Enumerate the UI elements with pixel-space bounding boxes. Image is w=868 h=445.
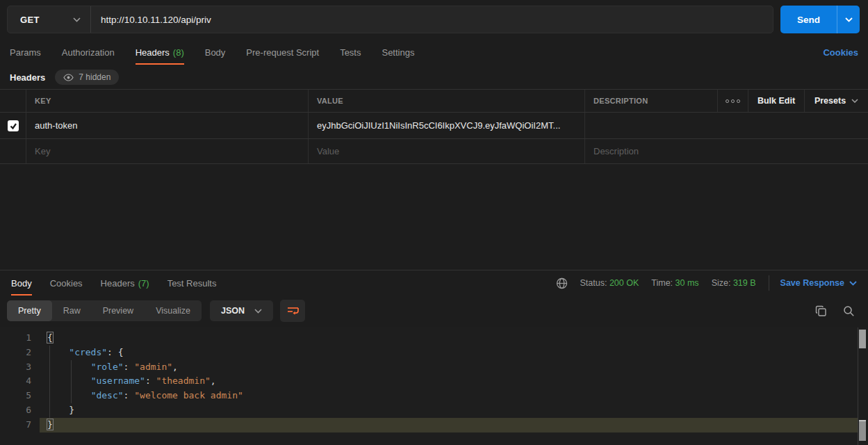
code-token: }: [69, 405, 74, 415]
search-response-button[interactable]: [837, 300, 860, 322]
url-input[interactable]: http://10.10.11.120/api/priv: [91, 6, 773, 33]
tab-label: Pre-request Script: [246, 47, 319, 58]
new-key-field[interactable]: Key: [26, 139, 309, 163]
scrollbar-track[interactable]: [858, 327, 868, 445]
code-token: "username": [91, 375, 145, 386]
tab-count: (8): [173, 47, 184, 58]
tab-label: Authorization: [62, 47, 115, 58]
column-description: DESCRIPTION: [585, 90, 718, 112]
request-bar: GET http://10.10.11.120/api/priv Send: [0, 0, 868, 39]
row-checkbox[interactable]: [8, 120, 19, 131]
code-token: ,: [211, 375, 216, 386]
line-number: 5: [0, 389, 40, 403]
view-tab-visualize[interactable]: Visualize: [145, 300, 202, 321]
code-lines: 1{2 "creds": {3 "role": "admin",4 "usern…: [0, 331, 868, 432]
response-view-switcher: PrettyRawPreviewVisualize: [7, 300, 202, 321]
tab-label: Headers: [136, 47, 170, 58]
response-section: BodyCookiesHeaders(7)Test Results Status…: [0, 270, 868, 445]
code-content: "desc": "welcome back admin": [40, 389, 858, 403]
request-tabs-row: ParamsAuthorizationHeaders(8)BodyPre-req…: [0, 39, 868, 65]
indent-guide: [71, 360, 72, 403]
tab-label: Body: [11, 278, 32, 289]
code-line-5: 5 "desc": "welcome back admin": [0, 389, 868, 403]
cookies-link[interactable]: Cookies: [823, 47, 858, 58]
code-line-3: 3 "role": "admin",: [0, 360, 868, 375]
view-tab-preview[interactable]: Preview: [92, 300, 145, 321]
response-tab-test-results[interactable]: Test Results: [167, 271, 217, 296]
hidden-headers-toggle[interactable]: 7 hidden: [55, 70, 119, 85]
code-token: [47, 347, 69, 357]
code-token: "welcome back admin": [134, 390, 243, 400]
chevron-down-icon: [851, 99, 858, 103]
scrollbar-thumb[interactable]: [859, 420, 866, 441]
scrollbar-thumb[interactable]: [859, 330, 866, 348]
tab-label: Body: [205, 47, 226, 58]
save-response-button[interactable]: Save Response: [769, 275, 857, 291]
request-tab-body[interactable]: Body: [205, 40, 226, 65]
response-tab-cookies[interactable]: Cookies: [50, 271, 83, 296]
code-token: :: [124, 362, 135, 372]
header-description-field[interactable]: [585, 113, 868, 138]
ellipsis-icon: [726, 99, 740, 103]
code-line-2: 2 "creds": {: [0, 346, 868, 360]
headers-panel-title: Headers: [10, 72, 45, 83]
copy-response-button[interactable]: [810, 300, 832, 322]
wrap-lines-button[interactable]: [280, 300, 305, 322]
new-description-field[interactable]: Description: [585, 139, 868, 163]
request-tab-pre-request-script[interactable]: Pre-request Script: [246, 40, 319, 65]
code-token: :: [124, 390, 135, 400]
response-body-viewer[interactable]: 1{2 "creds": {3 "role": "admin",4 "usern…: [0, 327, 868, 445]
send-button-group: Send: [780, 6, 860, 33]
code-line-1: 1{: [0, 331, 868, 346]
more-options-button[interactable]: [718, 90, 748, 112]
code-token: [47, 405, 69, 415]
presets-dropdown[interactable]: Presets: [805, 90, 868, 112]
request-tab-authorization[interactable]: Authorization: [62, 40, 115, 65]
tab-label: Tests: [340, 47, 361, 58]
method-dropdown[interactable]: GET: [8, 6, 91, 33]
code-line-6: 6 }: [0, 403, 868, 418]
header-value-field[interactable]: eyJhbGciOiJIUzI1NiIsInR5cCI6IkpXVCJ9.eyJ…: [309, 113, 585, 138]
response-tab-headers[interactable]: Headers(7): [101, 271, 149, 296]
format-dropdown[interactable]: JSON: [210, 300, 273, 321]
code-token: "theadmin": [156, 375, 211, 386]
code-token: "role": [91, 362, 124, 372]
code-content: "creds": {: [40, 346, 858, 360]
view-tab-pretty[interactable]: Pretty: [7, 300, 52, 321]
matched-bracket: }: [47, 419, 53, 430]
code-token: :: [145, 375, 156, 386]
view-tab-raw[interactable]: Raw: [52, 300, 92, 321]
check-icon: [9, 122, 17, 130]
presets-label: Presets: [814, 96, 846, 106]
code-content: }: [40, 418, 858, 432]
response-toolbar: PrettyRawPreviewVisualize JSON: [0, 296, 868, 327]
chevron-down-icon: [73, 17, 81, 22]
request-tab-params[interactable]: Params: [10, 40, 41, 65]
request-tab-settings[interactable]: Settings: [382, 40, 414, 65]
headers-subheader: Headers 7 hidden: [0, 65, 868, 89]
tab-count: (7): [138, 278, 149, 289]
time-badge: Time: 30 ms: [651, 278, 698, 288]
bulk-edit-button[interactable]: Bulk Edit: [748, 90, 805, 112]
response-tab-body[interactable]: Body: [11, 271, 32, 296]
request-tabs: ParamsAuthorizationHeaders(8)BodyPre-req…: [10, 40, 414, 65]
request-tab-headers[interactable]: Headers(8): [136, 40, 184, 65]
format-label: JSON: [221, 306, 245, 316]
response-tabs: BodyCookiesHeaders(7)Test Results: [11, 271, 216, 296]
send-options-button[interactable]: [837, 6, 860, 33]
method-label: GET: [20, 15, 40, 25]
request-tab-tests[interactable]: Tests: [340, 40, 361, 65]
send-button[interactable]: Send: [780, 6, 837, 33]
row-checkbox-cell: [0, 139, 26, 163]
code-token: [47, 375, 91, 386]
url-container: GET http://10.10.11.120/api/priv: [7, 6, 773, 33]
new-value-field[interactable]: Value: [309, 139, 585, 163]
code-token: "desc": [91, 390, 124, 400]
header-row-empty: Key Value Description: [0, 139, 868, 164]
header-key-field[interactable]: auth-token: [26, 113, 309, 138]
line-number: 7: [0, 418, 40, 432]
line-number: 1: [0, 331, 40, 346]
globe-icon[interactable]: [556, 277, 568, 289]
request-panel-filler: [0, 164, 868, 270]
matched-bracket: {: [47, 332, 53, 343]
